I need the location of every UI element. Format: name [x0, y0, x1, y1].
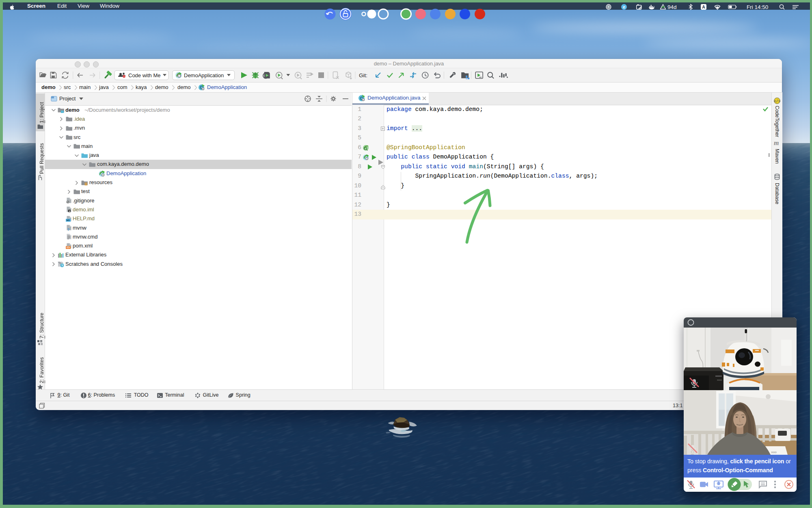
- svg-text:ooo: ooo: [771, 450, 777, 454]
- svg-text:A: A: [702, 4, 705, 9]
- svg-text:</>: </>: [774, 100, 780, 104]
- svg-text:Fri 14:50: Fri 14:50: [747, 4, 768, 10]
- svg-text:?: ?: [67, 228, 70, 232]
- svg-text:MD: MD: [67, 219, 70, 221]
- svg-text:94d: 94d: [667, 4, 677, 10]
- svg-text:DemoApplication: DemoApplication: [184, 72, 224, 78]
- svg-text:m: m: [774, 140, 779, 146]
- svg-text:Git:: Git:: [359, 72, 367, 78]
- svg-text:Code with Me: Code with Me: [128, 72, 160, 78]
- svg-text:e: e: [623, 5, 625, 9]
- svg-text:<>: <>: [67, 246, 70, 249]
